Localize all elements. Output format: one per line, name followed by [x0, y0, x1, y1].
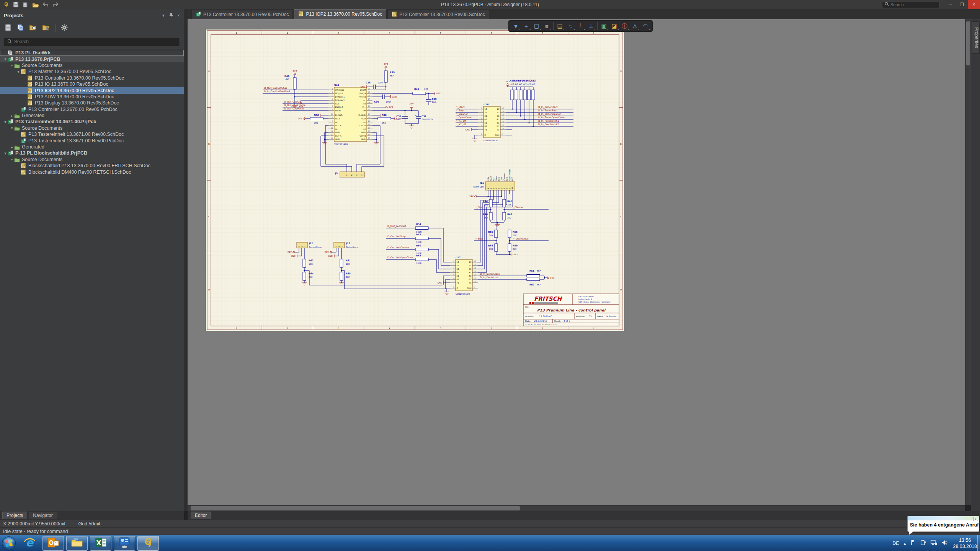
- filter-tool-icon[interactable]: ▼: [511, 21, 521, 31]
- panel-dropdown-icon[interactable]: ▾: [162, 13, 165, 18]
- panel-tab-projects[interactable]: Projects: [2, 512, 27, 519]
- undo-icon[interactable]: [42, 2, 49, 7]
- align-tool-icon[interactable]: ≡: [542, 21, 552, 31]
- resistor[interactable]: [415, 237, 428, 240]
- compile-docs-icon[interactable]: [17, 24, 24, 33]
- panel-pin-icon[interactable]: [169, 13, 173, 18]
- global-search-box[interactable]: [882, 1, 939, 8]
- document-tab-2[interactable]: P13 IOP2 13.3670.00 Rev05.SchDoc: [294, 9, 386, 19]
- resistor[interactable]: [528, 90, 531, 100]
- tree-item[interactable]: Blockschaltbild P13 13.3670.00 Rev00 FRI…: [0, 163, 184, 169]
- taskbar-item-outlook[interactable]: O: [42, 536, 64, 551]
- language-indicator[interactable]: DE: [892, 541, 899, 546]
- tree-expander-icon[interactable]: ▸: [10, 145, 14, 149]
- document-tab-3[interactable]: P13 Controller 13.3670.00 Rev05.SchDoc: [387, 10, 489, 19]
- balloon-close-icon[interactable]: x: [973, 517, 978, 521]
- start-button[interactable]: [0, 535, 18, 551]
- resistor[interactable]: [340, 259, 343, 267]
- tree-item[interactable]: P13 Controller 13.3670.00 Rev05.PcbDoc: [0, 106, 184, 112]
- tree-item[interactable]: ▾P13 13.3670.PrjPCB: [0, 56, 184, 62]
- open-icon[interactable]: [32, 2, 39, 8]
- resistor[interactable]: [519, 90, 522, 100]
- taskbar-item-excel[interactable]: X: [90, 536, 111, 551]
- close-button[interactable]: ×: [968, 0, 980, 9]
- tray-expand-icon[interactable]: ▲: [903, 541, 907, 546]
- move-tool-icon[interactable]: +: [521, 21, 531, 31]
- tree-item[interactable]: P13 Controller 13.3670.00 Rev05.SchDoc: [0, 75, 184, 81]
- vertical-scrollbar-thumb[interactable]: [966, 21, 970, 65]
- tree-expander-icon[interactable]: ▾: [3, 57, 8, 61]
- taskbar-item-explorer[interactable]: [66, 536, 88, 551]
- projects-search-box[interactable]: [4, 37, 180, 46]
- resistor[interactable]: [503, 199, 506, 207]
- place-gnd-tool-icon[interactable]: ⏚: [575, 21, 586, 31]
- tree-item[interactable]: ▾P13 Master 13.3670.00 Rev05.SchDoc: [0, 68, 184, 75]
- resistor[interactable]: [503, 212, 506, 220]
- ic-u16[interactable]: 11B22B33B44B55B66B77B8E161C152C143C134C1…: [478, 106, 506, 138]
- place-directive-tool-icon[interactable]: ⓘ: [619, 21, 630, 31]
- tree-expander-icon[interactable]: ▸: [10, 114, 14, 118]
- place-sheet-entry-tool-icon[interactable]: ◪: [609, 21, 619, 31]
- tree-item[interactable]: ▾Source Documents: [0, 62, 184, 68]
- tree-item[interactable]: Blockschaltbild DM400 Rev00 RETSCH.SchDo…: [0, 169, 184, 175]
- document-tab-1[interactable]: P13 Controller 13.3670.00 Rev05.PcbDoc: [191, 10, 293, 19]
- schematic-editor[interactable]: 1122334455667788AABBCCDD1CW/CCW2MO_Out3D…: [188, 19, 965, 505]
- tree-expander-icon[interactable]: ▾: [3, 151, 8, 155]
- resistor[interactable]: [340, 272, 343, 280]
- resistor[interactable]: [384, 71, 387, 82]
- horizontal-scrollbar[interactable]: [188, 505, 965, 511]
- panel-tab-navigator[interactable]: Navigator: [29, 512, 57, 519]
- resistor[interactable]: [303, 272, 306, 280]
- tree-item[interactable]: P13 ADW 13.3670.00 Rev05.SchDoc: [0, 94, 184, 100]
- resistor[interactable]: [527, 275, 540, 277]
- taskbar-item-altium[interactable]: [137, 536, 159, 551]
- resistor[interactable]: [413, 92, 426, 95]
- project-options-icon[interactable]: [42, 24, 50, 33]
- resistor[interactable]: [511, 90, 514, 100]
- tree-item[interactable]: ▾Source Documents: [0, 156, 184, 163]
- panel-splitter[interactable]: [184, 9, 188, 511]
- ic-u15[interactable]: 1CW/CCW2MO_Out3D Mode 14D Mode 25CLK6ENA…: [328, 87, 372, 142]
- save-icon[interactable]: [13, 2, 19, 8]
- resistor[interactable]: [508, 230, 511, 238]
- resistor[interactable]: [310, 117, 323, 120]
- select-tool-icon[interactable]: ▢: [531, 21, 542, 31]
- minimize-button[interactable]: –: [945, 0, 956, 9]
- tree-expander-icon[interactable]: ▾: [10, 126, 14, 130]
- resistor[interactable]: [489, 199, 492, 207]
- tree-expander-icon[interactable]: ▾: [16, 70, 21, 74]
- resistor[interactable]: [508, 244, 511, 251]
- resistor[interactable]: [293, 78, 296, 89]
- tree-item[interactable]: P13 IOP2 13.3670.00 Rev05.SchDoc: [0, 87, 184, 93]
- resistor[interactable]: [303, 259, 306, 267]
- resistor[interactable]: [495, 244, 498, 251]
- place-sheet-symbol-tool-icon[interactable]: ▣: [599, 21, 609, 31]
- tree-expander-icon[interactable]: ▾: [10, 63, 14, 67]
- tree-item[interactable]: P13 Display 13.3670.00 Rev05.SchDoc: [0, 100, 184, 106]
- resistor[interactable]: [495, 230, 498, 238]
- place-wire-tool-icon[interactable]: ≈: [565, 21, 575, 31]
- projects-search-input[interactable]: [14, 39, 167, 44]
- schematic-sheet[interactable]: 1122334455667788AABBCCDD1CW/CCW2MO_Out3D…: [206, 29, 624, 331]
- resistor[interactable]: [415, 227, 428, 230]
- tree-item[interactable]: P13 Tastereinheit 13.3671.00 Rev00.PcbDo…: [0, 137, 184, 143]
- taskbar-item-internet-explorer[interactable]: e: [19, 536, 40, 551]
- editor-tab[interactable]: Editor: [191, 512, 211, 519]
- ic-u17[interactable]: 11B22B33B44B55B66B77B8E161C152C143C134C1…: [450, 259, 478, 291]
- redo-icon[interactable]: [52, 2, 59, 7]
- show-desktop-button[interactable]: [977, 535, 980, 551]
- action-center-flag-icon[interactable]: [910, 540, 916, 547]
- resistor[interactable]: [523, 90, 526, 100]
- tree-item[interactable]: P13 IO 13.3670.00 Rev05.SchDoc: [0, 81, 184, 87]
- save-all-icon[interactable]: [23, 2, 28, 8]
- clock[interactable]: 13:56 28.03.2018: [953, 537, 977, 550]
- power-plug-icon[interactable]: [920, 540, 927, 547]
- tree-item[interactable]: ▸Generated: [0, 144, 184, 150]
- resistor[interactable]: [489, 212, 492, 220]
- restore-button[interactable]: ❐: [956, 0, 968, 9]
- network-icon[interactable]: [931, 540, 938, 547]
- place-arc-tool-icon[interactable]: ◠: [640, 21, 650, 31]
- volume-icon[interactable]: [941, 540, 947, 547]
- resistor[interactable]: [415, 248, 428, 251]
- properties-panel-tab[interactable]: Properties: [972, 21, 980, 54]
